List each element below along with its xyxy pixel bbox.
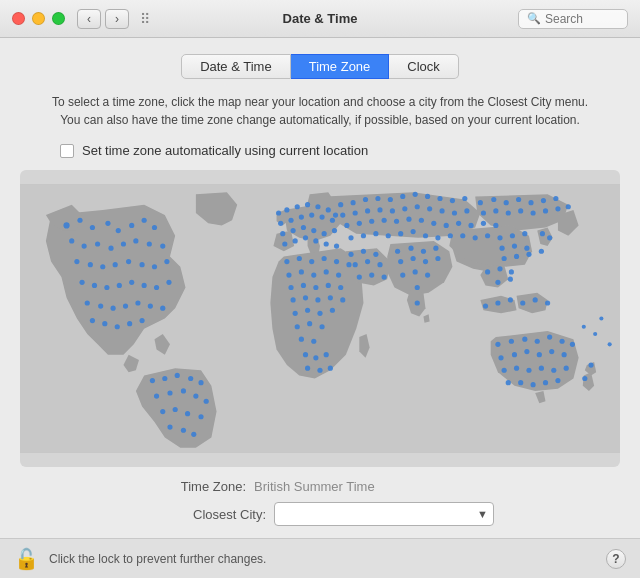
- svg-point-144: [540, 231, 545, 236]
- content-area: Date & Time Time Zone Clock To select a …: [0, 38, 640, 538]
- auto-timezone-row[interactable]: Set time zone automatically using curren…: [20, 143, 620, 158]
- world-map-container[interactable]: [20, 170, 620, 467]
- svg-point-209: [303, 352, 308, 357]
- svg-point-10: [82, 244, 87, 249]
- svg-point-112: [382, 218, 387, 223]
- svg-point-214: [328, 366, 333, 371]
- close-button[interactable]: [12, 12, 25, 25]
- svg-point-164: [435, 256, 440, 261]
- svg-point-67: [326, 207, 331, 212]
- svg-point-43: [127, 321, 132, 326]
- svg-point-207: [299, 337, 304, 342]
- svg-point-145: [547, 235, 552, 240]
- svg-point-158: [408, 246, 413, 251]
- search-input[interactable]: [545, 12, 619, 26]
- svg-point-238: [555, 378, 560, 383]
- svg-point-68: [333, 212, 338, 217]
- svg-point-181: [309, 259, 314, 264]
- grid-icon: ⠿: [140, 11, 150, 27]
- svg-point-129: [435, 235, 440, 240]
- back-icon: ‹: [87, 12, 91, 26]
- lock-text: Click the lock to prevent further change…: [49, 552, 596, 566]
- svg-point-116: [431, 221, 436, 226]
- svg-point-156: [545, 300, 550, 305]
- svg-point-237: [543, 380, 548, 385]
- svg-point-184: [346, 262, 351, 267]
- svg-point-91: [388, 197, 393, 202]
- lock-icon[interactable]: 🔓: [14, 549, 39, 569]
- svg-point-42: [115, 324, 120, 329]
- svg-point-6: [129, 223, 134, 228]
- svg-point-231: [539, 366, 544, 371]
- grid-button[interactable]: ⠿: [133, 9, 157, 29]
- svg-point-208: [311, 339, 316, 344]
- svg-point-78: [311, 228, 316, 233]
- svg-point-203: [330, 308, 335, 313]
- svg-point-171: [361, 249, 366, 254]
- help-button[interactable]: ?: [606, 549, 626, 569]
- svg-point-173: [353, 262, 358, 267]
- svg-point-99: [353, 210, 358, 215]
- svg-point-8: [152, 225, 157, 230]
- svg-point-28: [117, 283, 122, 288]
- svg-point-81: [282, 241, 287, 246]
- svg-point-19: [100, 264, 105, 269]
- back-button[interactable]: ‹: [77, 9, 101, 29]
- svg-point-74: [330, 218, 335, 223]
- svg-point-235: [518, 380, 523, 385]
- svg-point-229: [514, 366, 519, 371]
- svg-point-44: [139, 318, 144, 323]
- tab-timezone[interactable]: Time Zone: [291, 54, 390, 79]
- forward-button[interactable]: ›: [105, 9, 129, 29]
- svg-point-61: [191, 432, 196, 437]
- svg-point-191: [301, 283, 306, 288]
- search-box[interactable]: 🔍: [518, 9, 628, 29]
- svg-point-98: [340, 212, 345, 217]
- svg-point-106: [439, 208, 444, 213]
- svg-point-75: [280, 231, 285, 236]
- search-icon: 🔍: [527, 12, 541, 25]
- forward-icon: ›: [115, 12, 119, 26]
- svg-point-165: [400, 272, 405, 277]
- svg-point-82: [293, 238, 298, 243]
- svg-point-198: [328, 295, 333, 300]
- svg-point-143: [539, 249, 544, 254]
- nav-buttons: ‹ ›: [77, 9, 129, 29]
- minimize-button[interactable]: [32, 12, 45, 25]
- svg-point-224: [537, 352, 542, 357]
- svg-point-37: [135, 300, 140, 305]
- svg-point-195: [291, 297, 296, 302]
- svg-point-190: [288, 285, 293, 290]
- svg-point-1: [63, 222, 69, 228]
- svg-point-193: [326, 283, 331, 288]
- svg-point-241: [504, 200, 509, 205]
- city-select[interactable]: [274, 502, 494, 526]
- svg-point-240: [491, 197, 496, 202]
- svg-point-163: [423, 259, 428, 264]
- svg-point-243: [528, 200, 533, 205]
- tab-datetime[interactable]: Date & Time: [181, 54, 291, 79]
- svg-point-85: [324, 241, 329, 246]
- svg-point-17: [74, 259, 79, 264]
- svg-point-254: [582, 376, 587, 381]
- svg-point-225: [549, 349, 554, 354]
- svg-point-183: [334, 259, 339, 264]
- timezone-value: British Summer Time: [254, 479, 514, 494]
- svg-point-250: [531, 210, 536, 215]
- svg-point-15: [147, 241, 152, 246]
- svg-point-216: [509, 339, 514, 344]
- auto-timezone-checkbox[interactable]: [60, 144, 74, 158]
- maximize-button[interactable]: [52, 12, 65, 25]
- tab-clock[interactable]: Clock: [389, 54, 459, 79]
- world-map-svg[interactable]: [20, 170, 620, 467]
- svg-point-159: [421, 249, 426, 254]
- svg-point-199: [340, 297, 345, 302]
- svg-point-2: [77, 218, 82, 223]
- svg-point-53: [193, 394, 198, 399]
- bottom-bar: 🔓 Click the lock to prevent further chan…: [0, 538, 640, 578]
- svg-point-104: [415, 204, 420, 209]
- svg-point-253: [566, 204, 571, 209]
- svg-point-157: [395, 249, 400, 254]
- svg-point-96: [450, 198, 455, 203]
- svg-point-187: [311, 272, 316, 277]
